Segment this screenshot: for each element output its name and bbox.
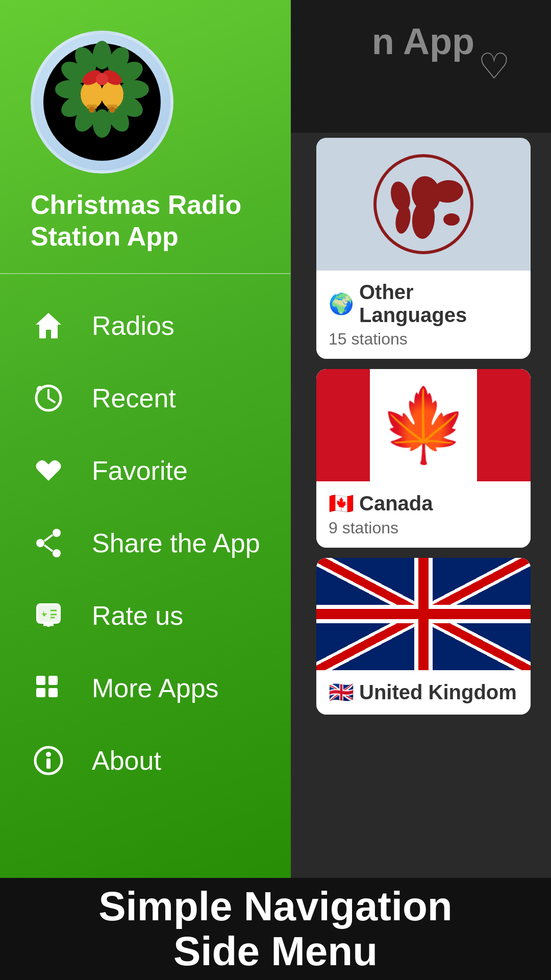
- share-label: Share the App: [92, 528, 260, 558]
- menu-item-about[interactable]: About: [0, 724, 291, 797]
- other-languages-info: 🌍 Other Languages 15 stations: [316, 271, 531, 359]
- menu-divider: [0, 273, 291, 274]
- other-languages-subtitle: 15 stations: [329, 330, 518, 349]
- svg-rect-37: [37, 604, 60, 623]
- menu-item-radios[interactable]: Radios: [0, 289, 291, 362]
- menu-item-rate[interactable]: Rate us: [0, 579, 291, 652]
- uk-card[interactable]: 🇬🇧 United Kingdom: [316, 558, 531, 715]
- heart-icon[interactable]: ♡: [478, 45, 510, 87]
- about-label: About: [92, 745, 161, 776]
- canada-red-right: [477, 369, 531, 481]
- svg-point-4: [393, 204, 412, 235]
- logo-inner: [34, 34, 170, 170]
- svg-point-6: [443, 213, 460, 226]
- canada-title: 🇨🇦 Canada: [329, 492, 518, 516]
- more-apps-icon: [31, 670, 66, 706]
- uk-flag: [316, 558, 531, 670]
- svg-line-35: [44, 535, 53, 541]
- maple-leaf-icon: 🍁: [379, 389, 468, 461]
- header-partial-text: n App: [372, 20, 474, 62]
- rate-icon: [31, 598, 66, 633]
- svg-point-32: [53, 529, 61, 537]
- svg-point-25: [109, 107, 115, 113]
- menu-item-recent[interactable]: Recent: [0, 362, 291, 434]
- uk-info: 🇬🇧 United Kingdom: [316, 670, 531, 715]
- home-icon: [31, 308, 66, 344]
- svg-point-34: [53, 549, 61, 557]
- favorite-label: Favorite: [92, 455, 188, 486]
- canada-red-left: [316, 369, 370, 481]
- share-icon: [31, 525, 66, 561]
- menu-items: Radios Recent Favorite: [0, 279, 291, 980]
- rate-label: Rate us: [92, 600, 183, 631]
- svg-rect-46: [36, 688, 45, 697]
- uk-cross-red-v: [418, 558, 429, 670]
- canada-subtitle: 9 stations: [329, 519, 518, 537]
- svg-marker-29: [36, 313, 61, 338]
- favorite-icon: [31, 453, 66, 488]
- canada-flag: 🍁: [316, 369, 531, 481]
- logo-svg: [41, 41, 163, 163]
- svg-point-28: [96, 73, 108, 85]
- menu-item-share[interactable]: Share the App: [0, 507, 291, 579]
- radios-label: Radios: [92, 310, 174, 341]
- other-languages-title: 🌍 Other Languages: [329, 281, 518, 327]
- svg-rect-44: [36, 676, 45, 685]
- app-title: Christmas Radio Station App: [31, 189, 270, 253]
- side-menu: Christmas Radio Station App Radios: [0, 0, 291, 980]
- menu-item-favorite[interactable]: Favorite: [0, 434, 291, 507]
- svg-point-49: [46, 752, 51, 757]
- globe-icon: [372, 153, 474, 255]
- svg-point-22: [89, 107, 95, 113]
- canada-emoji: 🇨🇦: [329, 492, 354, 516]
- menu-item-more-apps[interactable]: More Apps: [0, 652, 291, 724]
- svg-line-36: [44, 545, 53, 551]
- svg-point-33: [36, 539, 44, 547]
- uk-title: 🇬🇧 United Kingdom: [329, 680, 518, 704]
- bottom-banner-line2: Side Menu: [173, 928, 378, 974]
- other-languages-card[interactable]: 🌍 Other Languages 15 stations: [316, 138, 531, 359]
- about-icon: [31, 743, 66, 778]
- globe-emoji: 🌍: [329, 292, 354, 316]
- canada-card[interactable]: 🍁 🇨🇦 Canada 9 stations: [316, 369, 531, 548]
- svg-rect-47: [48, 688, 58, 697]
- menu-logo-area: Christmas Radio Station App: [0, 0, 291, 268]
- more-apps-label: More Apps: [92, 673, 219, 703]
- canada-white-center: 🍁: [370, 369, 477, 481]
- bottom-banner-line1: Simple Navigation: [98, 884, 452, 929]
- canada-info: 🇨🇦 Canada 9 stations: [316, 481, 531, 548]
- svg-rect-45: [48, 676, 58, 685]
- recent-icon: [31, 380, 66, 416]
- bottom-banner: Simple Navigation Side Menu: [0, 878, 551, 980]
- app-logo: [31, 31, 173, 174]
- uk-emoji: 🇬🇧: [329, 680, 354, 704]
- globe-flag: [316, 138, 531, 271]
- cards-area: 🌍 Other Languages 15 stations 🍁 🇨🇦 Canad…: [316, 138, 541, 715]
- bottom-banner-text: Simple Navigation Side Menu: [98, 884, 452, 974]
- recent-label: Recent: [92, 383, 176, 413]
- svg-rect-50: [46, 758, 51, 769]
